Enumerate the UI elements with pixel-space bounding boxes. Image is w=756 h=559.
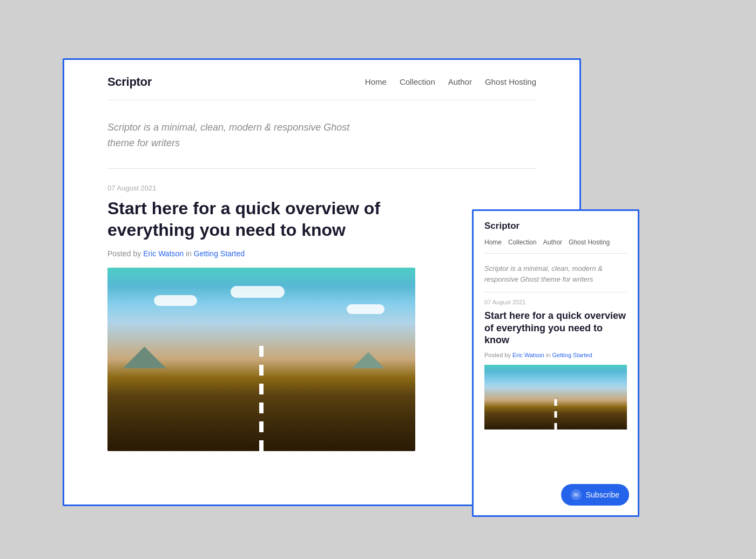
small-nav-author[interactable]: Author [543, 238, 562, 246]
article-category-link[interactable]: Getting Started [194, 249, 245, 258]
cloud-2 [231, 286, 285, 298]
main-site-title: Scriptor [107, 75, 152, 89]
small-article-section: 07 August 2021 Start here for a quick ov… [474, 292, 638, 430]
subscribe-button[interactable]: ✉ Subscribe [561, 484, 629, 506]
small-nav-ghost-hosting[interactable]: Ghost Hosting [569, 238, 610, 246]
small-article-title: Start here for a quick overview of every… [484, 310, 627, 346]
nav-link-author[interactable]: Author [448, 77, 472, 86]
small-site-title: Scriptor [484, 221, 627, 231]
subscribe-label: Subscribe [586, 490, 619, 499]
small-in-text: in [546, 352, 552, 358]
small-article-hero-image [484, 365, 627, 430]
mountain-right [352, 352, 384, 369]
small-nav-home[interactable]: Home [484, 238, 502, 246]
subscribe-icon: ✉ [571, 489, 582, 500]
article-hero-image [107, 268, 415, 451]
cloud-1 [154, 295, 197, 306]
article-date: 07 August 2021 [107, 184, 536, 192]
small-nav: Scriptor Home Collection Author Ghost Ho… [474, 211, 638, 253]
small-nav-links: Home Collection Author Ghost Hosting [484, 237, 627, 247]
posted-by-text: Posted by [107, 249, 143, 258]
small-article-author-link[interactable]: Eric Watson [512, 352, 544, 358]
small-tagline: Scriptor is a minimal, clean, modern & r… [474, 254, 638, 292]
small-article-category-link[interactable]: Getting Started [552, 352, 592, 358]
in-text: in [186, 249, 194, 258]
main-nav-links: Home Collection Author Ghost Hosting [365, 77, 536, 87]
nav-link-ghost-hosting[interactable]: Ghost Hosting [485, 77, 536, 86]
mountain-left [123, 347, 166, 369]
small-article-date: 07 August 2021 [484, 299, 627, 305]
article-author-link[interactable]: Eric Watson [143, 249, 184, 258]
cloud-3 [347, 304, 384, 314]
nav-link-collection[interactable]: Collection [400, 77, 435, 86]
small-article-meta: Posted by Eric Watson in Getting Started [484, 352, 627, 358]
main-tagline: Scriptor is a minimal, clean, modern & r… [64, 100, 410, 168]
small-posted-by-text: Posted by [484, 352, 512, 358]
small-card: Scriptor Home Collection Author Ghost Ho… [472, 209, 639, 517]
nav-link-home[interactable]: Home [365, 77, 387, 86]
small-nav-collection[interactable]: Collection [508, 238, 537, 246]
article-title: Start here for a quick overview of every… [107, 197, 421, 241]
main-nav: Scriptor Home Collection Author Ghost Ho… [64, 60, 579, 100]
